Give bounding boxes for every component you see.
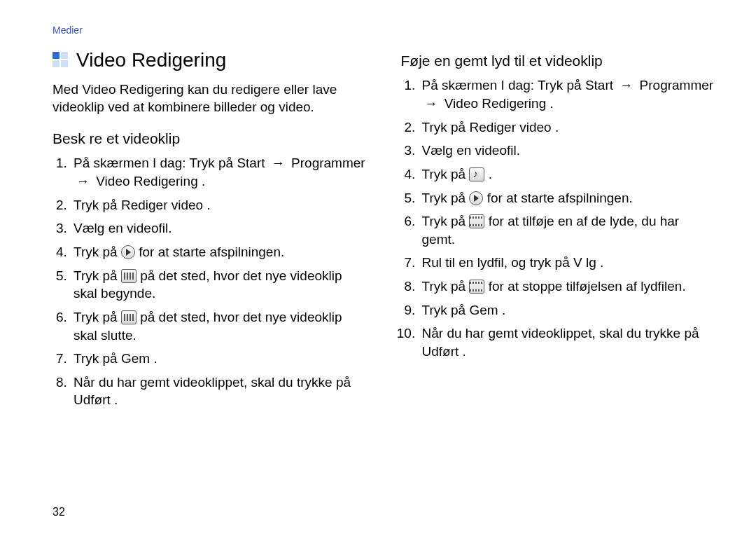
step-text: Når du har gemt videoklippet, skal du tr… bbox=[422, 326, 699, 341]
step-text: . bbox=[555, 120, 559, 135]
step-text: Tryk på bbox=[422, 167, 470, 181]
path-segment: Start bbox=[237, 156, 265, 170]
subheading: Føje en gemt lyd til et videoklip bbox=[401, 51, 715, 71]
manual-page: Medier Video Redigering Med Video Redige… bbox=[0, 0, 756, 536]
step-text: . bbox=[489, 167, 492, 181]
step-text: Rul til en lydfil, og tryk på bbox=[422, 255, 573, 270]
path-segment: V lg bbox=[573, 255, 596, 270]
step-text: Tryk på bbox=[422, 120, 470, 135]
step-item: Rul til en lydfil, og tryk på V lg . bbox=[419, 254, 715, 272]
two-column-layout: Video Redigering Med Video Redigering ka… bbox=[52, 47, 714, 415]
grid-icon bbox=[52, 52, 69, 69]
step-item: Når du har gemt videoklippet, skal du tr… bbox=[419, 324, 715, 360]
intro-paragraph: Med Video Redigering kan du redigere ell… bbox=[52, 81, 366, 116]
section-title: Video Redigering bbox=[52, 47, 366, 74]
path-segment: Start bbox=[585, 78, 613, 92]
step-text: Tryk på bbox=[422, 303, 470, 317]
steps-list-right: På skærmen I dag: Tryk på Start → Progra… bbox=[401, 76, 715, 360]
step-text: . bbox=[600, 255, 603, 270]
path-segment: Gem bbox=[121, 351, 150, 366]
step-text: . bbox=[550, 96, 554, 111]
path-segment: Udført bbox=[74, 392, 111, 407]
breadcrumb: Medier bbox=[52, 25, 714, 36]
step-text: Tryk på bbox=[74, 198, 121, 212]
step-item: Tryk på Rediger video . bbox=[71, 196, 366, 214]
step-text: På skærmen I dag: Tryk på bbox=[74, 156, 237, 170]
step-item: Tryk på Gem . bbox=[71, 350, 366, 368]
step-text: . bbox=[202, 174, 205, 188]
arrow-icon: → bbox=[617, 76, 636, 95]
step-text: for at stoppe tilføjelsen af lydfilen. bbox=[489, 279, 686, 294]
path-segment: Rediger video bbox=[469, 120, 551, 135]
step-text: Tryk på bbox=[422, 214, 470, 228]
path-segment: Programmer bbox=[640, 78, 714, 92]
step-item: Tryk på på det sted, hvor det nye videok… bbox=[71, 267, 366, 303]
step-item: Når du har gemt videoklippet, skal du tr… bbox=[71, 373, 366, 409]
step-item: På skærmen I dag: Tryk på Start → Progra… bbox=[419, 76, 715, 112]
step-item: Tryk på på det sted, hvor det nye videok… bbox=[71, 308, 366, 344]
step-item: Tryk på for at tilføje en af de lyde, du… bbox=[419, 212, 715, 248]
mark-end-icon bbox=[121, 310, 136, 324]
arrow-icon: → bbox=[269, 154, 288, 172]
step-text: Tryk på bbox=[422, 191, 470, 205]
path-segment: Programmer bbox=[291, 156, 365, 170]
step-text: . bbox=[206, 198, 210, 212]
path-segment: Video Redigering bbox=[96, 174, 197, 188]
step-text: . bbox=[502, 303, 505, 317]
step-item: Tryk på Rediger video . bbox=[419, 118, 715, 137]
breadcrumb-text: Medier bbox=[52, 25, 83, 36]
step-item: Tryk på for at starte afspilningen. bbox=[71, 243, 366, 261]
step-item: Tryk på . bbox=[419, 165, 715, 184]
step-text: Tryk på bbox=[74, 268, 121, 283]
film-icon bbox=[469, 214, 484, 228]
path-segment: Rediger video bbox=[121, 198, 203, 212]
arrow-icon: → bbox=[74, 172, 92, 191]
step-item: Tryk på Gem . bbox=[419, 301, 715, 319]
right-column: Føje en gemt lyd til et videoklip På skæ… bbox=[401, 47, 715, 415]
subheading: Besk re et videoklip bbox=[52, 129, 366, 149]
left-column: Video Redigering Med Video Redigering ka… bbox=[52, 47, 366, 415]
step-text: . bbox=[114, 392, 118, 407]
step-item: Vælg en videofil. bbox=[419, 142, 715, 160]
step-text: Når du har gemt videoklippet, skal du tr… bbox=[74, 375, 351, 390]
steps-list-left: På skærmen I dag: Tryk på Start → Progra… bbox=[52, 154, 366, 409]
play-icon bbox=[469, 191, 483, 205]
mark-start-icon bbox=[121, 269, 136, 283]
film-stop-icon bbox=[469, 280, 484, 294]
arrow-icon: → bbox=[422, 95, 441, 113]
section-title-text: Video Redigering bbox=[76, 47, 226, 74]
page-number: 32 bbox=[52, 506, 65, 518]
path-segment: Video Redigering bbox=[444, 96, 546, 111]
step-text: Tryk på bbox=[74, 245, 121, 259]
step-text: for at starte afspilningen. bbox=[139, 245, 284, 259]
path-segment: Gem bbox=[469, 303, 498, 317]
step-text: . bbox=[153, 351, 157, 366]
step-item: På skærmen I dag: Tryk på Start → Progra… bbox=[71, 154, 366, 190]
path-segment: Udført bbox=[422, 344, 459, 359]
step-text: På skærmen I dag: Tryk på bbox=[422, 78, 585, 92]
music-note-icon bbox=[469, 167, 484, 181]
step-text: Tryk på bbox=[74, 310, 121, 324]
step-item: Tryk på for at starte afspilningen. bbox=[419, 189, 715, 207]
step-item: Vælg en videofil. bbox=[71, 219, 366, 238]
step-item: Tryk på for at stoppe tilføjelsen af lyd… bbox=[419, 277, 715, 296]
play-icon bbox=[121, 245, 135, 259]
step-text: Tryk på bbox=[74, 351, 121, 366]
step-text: . bbox=[463, 344, 466, 359]
step-text: for at starte afspilningen. bbox=[487, 191, 633, 205]
step-text: Tryk på bbox=[422, 279, 470, 294]
